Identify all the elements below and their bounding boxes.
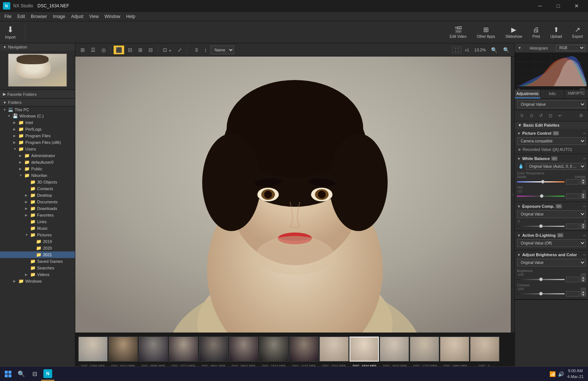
wb-dropdown[interactable]: Original Value (Auto1, 0, 0 ... — [526, 163, 586, 170]
tree-item-documents[interactable]: ▶ 📁 Documents — [0, 199, 75, 205]
detail-view-button[interactable]: ⊟ — [126, 46, 135, 54]
picture-control-collapse[interactable]: ▼ — [517, 131, 521, 135]
network-icon[interactable]: 📶 — [549, 371, 556, 377]
system-clock[interactable]: 9:00 AM 4-Mar-21 — [567, 368, 584, 380]
adj-tool-paste[interactable]: ⎙ — [527, 112, 535, 120]
tint-down[interactable]: ▼ — [581, 196, 586, 199]
tree-item-links[interactable]: ▶ 📁 Links — [0, 218, 75, 225]
print-button[interactable]: 🖨 Print — [530, 25, 542, 40]
menu-window[interactable]: Window — [102, 13, 123, 20]
import-button[interactable]: ⬇ Import — [3, 23, 18, 41]
fit-button[interactable]: ⤢ — [175, 46, 184, 54]
list-view-button[interactable]: ☰ — [89, 46, 98, 54]
thumbnail-view-button[interactable]: ⬛ — [114, 46, 124, 54]
menu-adjust[interactable]: Adjust — [68, 13, 86, 20]
tree-item-programfiles-x86[interactable]: ▶ 📁 Program Files (x86) — [0, 139, 75, 146]
bright-dropdown[interactable]: Original Value — [517, 259, 586, 266]
menu-help[interactable]: Help — [123, 13, 138, 20]
tree-item-downloads[interactable]: ▶ 📁 Downloads — [0, 205, 75, 212]
tree-item-favorites[interactable]: ▶ 📁 Favorites — [0, 212, 75, 218]
contrast-value[interactable]: 0 — [566, 291, 579, 297]
film-item-6[interactable] — [229, 337, 258, 362]
fullscreen-button[interactable]: ⛶ — [452, 47, 461, 53]
original-value-dropdown[interactable]: Original Value — [517, 100, 586, 108]
picture-control-dropdown[interactable]: Camera compatible — [517, 137, 586, 145]
filter-icon[interactable]: ⧖ — [193, 45, 201, 54]
film-item-14[interactable] — [470, 337, 499, 362]
film-item-3[interactable] — [139, 337, 168, 362]
start-button[interactable] — [1, 367, 15, 381]
adj-tool-copy[interactable]: ⎘ — [518, 112, 526, 120]
exp-collapse[interactable]: ▼ — [517, 204, 521, 208]
tree-item-public[interactable]: ▶ 📁 Public — [0, 166, 75, 172]
sort-icon[interactable]: ↕ — [202, 46, 209, 54]
zoom-1x-button[interactable]: x1 — [463, 46, 472, 54]
dl-dropdown[interactable]: Original Value (Off) — [517, 239, 586, 247]
basic-edit-palettes-header[interactable]: ▼ Basic Edit Palettes — [515, 121, 588, 129]
film-item-11[interactable] — [380, 337, 409, 362]
film-item-9[interactable] — [319, 337, 349, 362]
histogram-collapse-arrow[interactable]: ▼ — [518, 46, 521, 50]
tree-item-thispc[interactable]: ▼ 💻 This PC — [0, 106, 75, 113]
exp-dropdown[interactable]: Original Value — [517, 210, 586, 218]
tree-item-windows-c[interactable]: ▼ 💾 Windows (C:) — [0, 113, 75, 119]
tree-item-perflogs[interactable]: ▶ 📁 PerfLogs — [0, 126, 75, 133]
tint-value[interactable]: 0.05 — [566, 193, 579, 199]
tree-item-videos[interactable]: ▶ 📁 Videos — [0, 271, 75, 278]
tree-item-administrator[interactable]: ▶ 📁 Administrator — [0, 152, 75, 159]
edit-video-button[interactable]: 🎬 Edit Video — [448, 24, 469, 40]
menu-view[interactable]: View — [86, 13, 102, 20]
adj-gear-button[interactable]: ⚙ — [577, 112, 585, 120]
film-item-4[interactable] — [169, 337, 198, 362]
tree-item-users[interactable]: ▼ 📁 Users — [0, 146, 75, 152]
tree-item-desktop[interactable]: ▶ 📁 Desktop — [0, 192, 75, 199]
film-item-2[interactable] — [108, 337, 138, 362]
export-button[interactable]: ↗ Export — [570, 24, 585, 40]
location-view-button[interactable]: ◎ — [99, 46, 108, 54]
menu-edit[interactable]: Edit — [14, 13, 28, 20]
picture-control-action[interactable]: − — [583, 130, 586, 136]
zoom-out-button[interactable]: 🔍 — [489, 46, 499, 54]
adj-tool-reset[interactable]: ↺ — [537, 112, 545, 120]
exp-action[interactable]: − — [583, 203, 586, 209]
minimize-button[interactable]: ─ — [531, 0, 548, 12]
tree-item-programfiles[interactable]: ▶ 📁 Program Files — [0, 133, 75, 139]
menu-browser[interactable]: Browser — [28, 13, 50, 20]
tree-item-contacts[interactable]: ▶ 📁 Contacts — [0, 185, 75, 192]
tree-item-2021[interactable]: ▶ 📁 2021 — [0, 251, 75, 258]
tree-item-pictures[interactable]: ▼ 📁 Pictures — [0, 232, 75, 238]
right-panel-collapse-handle[interactable]: ‹ — [511, 57, 514, 333]
adj-tool-undo[interactable]: ↩ — [556, 112, 564, 120]
taskbar-search-button[interactable]: 🔍 — [15, 367, 28, 381]
zoom-in-button[interactable]: 🔍 — [501, 46, 512, 54]
taskbar-app-button[interactable]: N — [41, 367, 54, 381]
adj-tool-compare[interactable]: ⊡ — [546, 112, 555, 120]
compare-view-button[interactable]: ⊞ — [136, 46, 145, 54]
wb-action[interactable]: − — [583, 156, 586, 162]
sort-dropdown[interactable]: Name Date Size — [211, 46, 234, 54]
film-item-5[interactable] — [199, 337, 228, 362]
film-item-12[interactable] — [410, 337, 439, 362]
favorite-folders-header[interactable]: ▶ Favorite Folders — [0, 90, 75, 99]
folders-header[interactable]: ▼ Folders — [0, 99, 75, 106]
close-button[interactable]: ✕ — [568, 0, 585, 12]
wb-collapse[interactable]: ▼ — [517, 157, 521, 161]
bright-collapse[interactable]: ▼ — [517, 253, 521, 257]
contrast-slider[interactable] — [517, 293, 564, 294]
picture-control-sub-item[interactable]: ▶ Recorded Value ([A] AUTO) — [517, 146, 586, 152]
color-temp-down[interactable]: ▼ — [581, 182, 586, 185]
brightness-value[interactable]: 0 — [566, 277, 579, 282]
film-item-7[interactable] — [259, 337, 288, 362]
brightness-down[interactable]: ▼ — [581, 279, 586, 282]
tree-item-windows[interactable]: ▶ 📁 Windows — [0, 278, 75, 284]
grid-view-button[interactable]: ⊞ — [78, 46, 87, 54]
exp-down[interactable]: ▼ — [581, 226, 586, 229]
other-apps-button[interactable]: ⊞ Other Apps — [474, 24, 497, 40]
brightness-slider[interactable] — [517, 279, 564, 280]
color-temp-slider[interactable] — [517, 181, 564, 182]
maximize-button[interactable]: □ — [550, 0, 567, 12]
tree-item-2020[interactable]: ▶ 📁 2020 — [0, 245, 75, 251]
bright-action[interactable]: − — [583, 252, 586, 258]
histogram-mode-select[interactable]: RGB R G B Luminance — [556, 45, 585, 51]
film-item-8[interactable] — [289, 337, 319, 362]
